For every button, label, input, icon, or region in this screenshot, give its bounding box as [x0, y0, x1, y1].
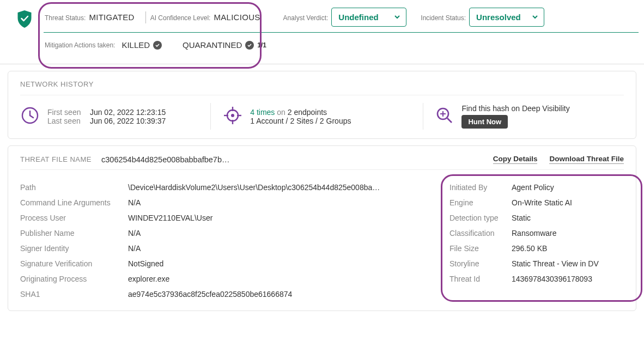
action-quarantined: QUARANTINED 1/1: [183, 40, 266, 50]
last-seen: Last seen Jun 06, 2022 10:39:37: [47, 117, 166, 125]
deep-visibility-text: Find this hash on Deep Visibility: [461, 104, 569, 113]
hunt-now-button[interactable]: Hunt Now: [461, 115, 508, 129]
threat-file-name: c306254b44d825e008babbafbe7b…: [101, 155, 229, 164]
detail-row: File Size296.50 KB: [449, 241, 624, 256]
mitigation-label: Mitigation Actions taken:: [45, 41, 115, 49]
action-killed: KILLED: [121, 40, 162, 50]
analyst-verdict-group: Analyst Verdict: Undefined: [283, 8, 414, 27]
check-circle-icon: [245, 41, 254, 50]
detail-row: EngineOn-Write Static AI: [449, 195, 624, 210]
incident-status-select[interactable]: Unresolved: [469, 8, 544, 27]
ai-confidence: AI Confidence Level: MALICIOUS: [150, 13, 267, 22]
svg-point-2: [231, 114, 234, 117]
detail-row: Initiated ByAgent Policy: [449, 180, 624, 195]
network-history-title: NETWORK HISTORY: [20, 80, 624, 88]
check-circle-icon: [153, 41, 162, 50]
incident-status-group: Incident Status: Unresolved: [421, 8, 551, 27]
clock-icon: [20, 106, 40, 127]
detail-row: ClassificationRansomware: [449, 226, 624, 241]
detail-row: Path\Device\HarddiskVolume2\Users\User\D…: [20, 180, 433, 195]
shield-check-icon: [15, 10, 34, 30]
detail-row: Detection typeStatic: [449, 210, 624, 226]
threat-status: Threat Status: MITIGATED: [45, 13, 141, 22]
detail-row: Signature VerificationNotSigned: [20, 256, 433, 271]
search-icon: [435, 106, 454, 126]
detail-row: Threat Id1436978430396178093: [449, 271, 624, 287]
network-history-card: NETWORK HISTORY First seen Jun 02, 2022 …: [8, 71, 636, 139]
download-threat-file-link[interactable]: Download Threat File: [549, 155, 624, 164]
analyst-verdict-select[interactable]: Undefined: [331, 8, 406, 27]
detail-row: StorylineStatic Threat - View in DV: [449, 256, 624, 271]
first-seen: First seen Jun 02, 2022 12:23:15: [47, 108, 166, 117]
threat-file-title: THREAT FILE NAME: [20, 155, 92, 163]
svg-line-8: [447, 118, 452, 123]
detail-row: Process UserWINDEV2110EVAL\User: [20, 210, 433, 226]
divider: [145, 11, 146, 23]
copy-details-link[interactable]: Copy Details: [493, 155, 538, 164]
detail-row: Command Line ArgumentsN/A: [20, 195, 433, 210]
detail-row: Signer IdentityN/A: [20, 241, 433, 256]
detail-row: Publisher NameN/A: [20, 226, 433, 241]
occurrence-summary: 4 times on 2 endpoints: [250, 108, 351, 117]
scope-summary: 1 Account / 2 Sites / 2 Groups: [250, 117, 351, 125]
threat-file-card: THREAT FILE NAME c306254b44d825e008babba…: [8, 145, 636, 311]
target-icon: [223, 106, 242, 127]
chevron-down-icon: [532, 13, 538, 22]
chevron-down-icon: [394, 13, 400, 22]
detail-row: SHA1ae974e5c37936ac8f25cfea0225850be6166…: [20, 287, 433, 302]
detail-row: Originating Processexplorer.exe: [20, 271, 433, 287]
